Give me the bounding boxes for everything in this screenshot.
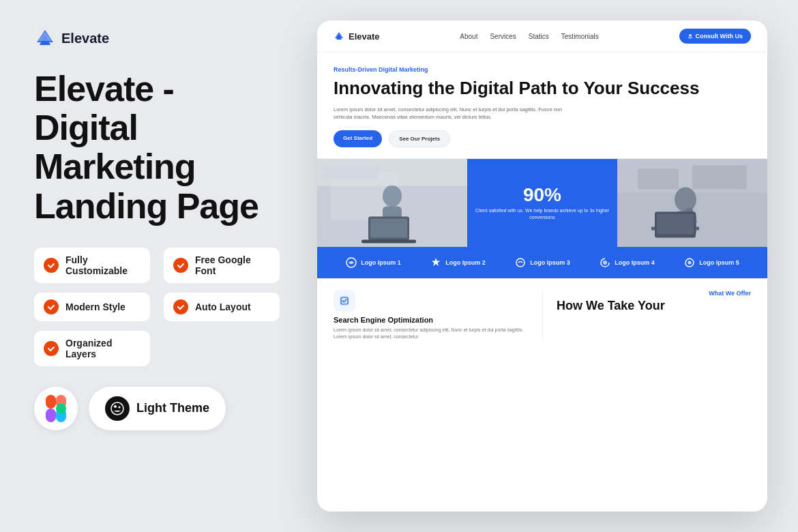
preview-nav: Elevate About Services Statics Testimoni… [317, 20, 767, 53]
what-we-offer-label: What We Offer [557, 290, 751, 297]
see-projects-button[interactable]: See Our Projets [389, 130, 450, 147]
theme-label: Light Theme [136, 401, 209, 415]
preview-image-2 [617, 159, 767, 247]
feature-item-1: Fully Customizable [34, 248, 150, 283]
logo-text-2: Logo Ipsum 2 [445, 259, 486, 266]
logo-icon-5 [683, 256, 696, 269]
logo-text-1: Logo Ipsum 1 [361, 259, 401, 266]
preview-btn-group: Get Started See Our Projets [334, 130, 751, 147]
left-panel: Elevate Elevate - Digital Marketing Land… [0, 0, 314, 532]
svg-point-27 [675, 188, 696, 212]
feature-item-2: Free Google Font [164, 248, 280, 283]
svg-point-34 [516, 258, 524, 267]
preview-brand-name: Elevate [349, 31, 380, 42]
preview-services: Search Engine Optimization Lorem ipsum d… [317, 278, 767, 351]
service-left: Search Engine Optimization Lorem ipsum d… [334, 290, 542, 340]
bottom-badges: Light Theme [34, 387, 280, 430]
stat-number: 90% [523, 186, 561, 205]
nav-link-statics: Statics [529, 33, 549, 40]
get-started-button[interactable]: Get Started [334, 130, 382, 147]
svg-rect-22 [324, 166, 379, 179]
preview-stat-box: 90% Client satisfied with us. We help br… [467, 159, 617, 247]
nav-link-about: About [460, 33, 477, 40]
seo-icon [338, 295, 351, 307]
logo-text-4: Logo Ipsum 4 [615, 259, 655, 266]
feature-label-1: Fully Customizable [65, 254, 141, 276]
logo-icon-1 [345, 256, 357, 269]
check-icon-2 [173, 258, 188, 273]
person-scene-2 [617, 159, 767, 247]
feature-item-3: Modern Style [34, 293, 150, 321]
service-title: Search Engine Optimization [334, 316, 529, 324]
figma-icon [46, 395, 66, 422]
service-icon-box [334, 290, 355, 312]
svg-point-10 [119, 406, 121, 408]
check-icon-5 [44, 341, 59, 356]
preview-cta-button[interactable]: Consult With Us [679, 29, 751, 44]
preview-brand-icon [334, 31, 344, 42]
nav-link-testimonials: Testimonials [561, 33, 599, 40]
svg-point-13 [689, 34, 692, 37]
features-grid: Fully Customizable Free Google Font Mode… [34, 248, 280, 366]
theme-badge: Light Theme [89, 387, 226, 430]
check-icon-4 [173, 299, 188, 314]
mask-icon [110, 401, 125, 416]
logo-icon-4 [599, 256, 611, 269]
how-we-title: How We Take Your [557, 299, 751, 313]
right-panel: Elevate About Services Statics Testimoni… [300, 0, 798, 532]
service-description: Lorem ipsum dolor sit amet, consectetur … [334, 327, 529, 340]
preview-card: Elevate About Services Statics Testimoni… [317, 20, 767, 512]
logo-item-3: Logo Ipsum 3 [514, 256, 570, 269]
svg-point-9 [114, 405, 117, 408]
svg-point-16 [383, 186, 402, 207]
stat-text: Client satisfied with us. We help brands… [467, 207, 617, 221]
logo-text-5: Logo Ipsum 5 [699, 259, 739, 266]
brand-name-left: Elevate [61, 31, 109, 46]
svg-rect-20 [361, 240, 416, 243]
preview-images: 90% Client satisfied with us. We help br… [317, 158, 767, 247]
preview-logo-bar: Logo Ipsum 1 Logo Ipsum 2 Logo Ipsu [317, 247, 767, 278]
preview-image-1 [317, 159, 467, 247]
theme-icon [105, 396, 130, 421]
nav-link-services: Services [490, 33, 516, 40]
cta-label: Consult With Us [696, 33, 743, 40]
preview-tagline: Results-Driven Digital Marketing [334, 66, 751, 73]
svg-rect-5 [46, 409, 56, 422]
service-right: What We Offer How We Take Your [542, 290, 751, 340]
preview-nav-links: About Services Statics Testimonials [460, 33, 599, 40]
preview-description: Lorem ipsum dolor sit amet, consectetur … [334, 106, 579, 121]
main-title: Elevate - Digital Marketing Landing Page [34, 70, 280, 226]
logo-item-5: Logo Ipsum 5 [683, 256, 739, 269]
logo-text-3: Logo Ipsum 3 [530, 259, 570, 266]
brand-logo-icon [34, 27, 56, 49]
svg-rect-19 [370, 219, 407, 238]
svg-rect-32 [657, 214, 694, 235]
logo-svg-4 [600, 257, 610, 268]
svg-marker-2 [38, 31, 52, 41]
feature-label-4: Auto Layout [195, 301, 251, 312]
preview-headline: Innovating the Digital Path to Your Succ… [334, 78, 751, 99]
svg-point-36 [688, 261, 692, 265]
check-icon-1 [44, 258, 59, 273]
svg-point-35 [603, 261, 607, 265]
logo-svg-5 [684, 257, 695, 268]
logo-icon-2 [430, 256, 442, 269]
logo-item-2: Logo Ipsum 2 [430, 256, 486, 269]
svg-point-7 [56, 403, 66, 413]
feature-item-5: Organized Layers [34, 331, 150, 366]
svg-rect-26 [692, 166, 747, 190]
feature-label-5: Organized Layers [65, 338, 141, 359]
person-scene-1 [317, 159, 467, 247]
headset-icon [688, 33, 693, 39]
logo-svg-1 [346, 257, 357, 268]
preview-brand: Elevate [334, 31, 380, 42]
feature-label-2: Free Google Font [195, 254, 270, 276]
brand-logo: Elevate [34, 27, 280, 49]
svg-point-8 [111, 402, 123, 415]
logo-svg-2 [430, 257, 441, 268]
feature-item-4: Auto Layout [164, 293, 280, 321]
svg-rect-3 [46, 395, 56, 409]
preview-hero: Results-Driven Digital Marketing Innovat… [317, 53, 767, 147]
logo-icon-3 [514, 256, 527, 269]
feature-label-3: Modern Style [65, 301, 125, 312]
